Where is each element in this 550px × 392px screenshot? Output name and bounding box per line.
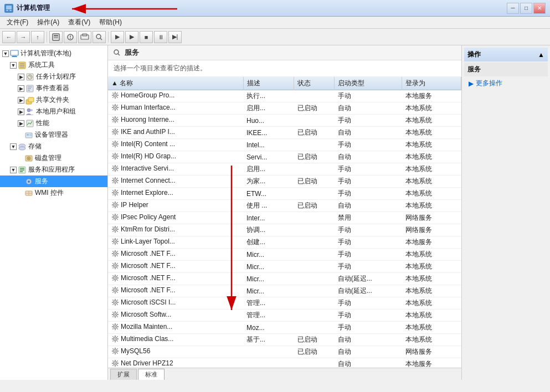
sidebar-item-tools[interactable]: ▼ 系统工具 <box>0 59 107 71</box>
svg-rect-198 <box>117 255 118 256</box>
expand-perf-icon[interactable]: ▶ <box>18 120 24 127</box>
maximize-button[interactable]: □ <box>520 3 532 14</box>
expand-svcapp-icon[interactable]: ▼ <box>10 167 17 173</box>
svg-point-80 <box>115 119 116 121</box>
table-row[interactable]: MySQL56 已启动自动网络服务 <box>108 346 461 358</box>
svg-rect-238 <box>117 304 118 305</box>
content-description: 选择一个项目来查看它的描述。 <box>108 60 461 77</box>
expand-users-icon[interactable]: ▶ <box>18 109 24 115</box>
service-startup-cell: 禁用 <box>335 212 402 224</box>
service-logon-cell: 本地系统 <box>402 249 461 261</box>
table-row[interactable]: Interactive Servi... 启用...手动本地系统 <box>108 163 461 176</box>
expand-tools-icon[interactable]: ▼ <box>10 62 17 69</box>
menu-view[interactable]: 查看(V) <box>64 17 95 28</box>
service-desc-cell: 执行... <box>243 90 294 102</box>
svg-rect-152 <box>115 207 116 208</box>
table-row[interactable]: IPsec Policy Agent Inter...禁用网络服务 <box>108 212 461 224</box>
services-table[interactable]: ▲ 名称 描述 状态 启动类型 登录为 <box>108 77 461 368</box>
svg-point-250 <box>115 326 116 328</box>
svg-rect-135 <box>112 178 114 179</box>
table-row[interactable]: Multimedia Clas... 基于...已启动自动本地系统 <box>108 334 461 346</box>
svg-rect-164 <box>117 216 119 218</box>
tab-expand[interactable]: 扩展 <box>110 369 137 380</box>
right-panel-more-actions[interactable]: ▶ 更多操作 <box>464 77 548 90</box>
menu-help[interactable]: 帮助(H) <box>95 17 126 28</box>
svg-rect-163 <box>112 216 113 218</box>
menu-file[interactable]: 文件(F) <box>2 17 33 28</box>
table-row[interactable]: KtmRm for Distri... 协调...手动网络服务 <box>108 224 461 236</box>
table-row[interactable]: Microsoft .NET F... Micr...自动(延迟...本地系统 <box>108 273 461 285</box>
table-row[interactable]: Microsoft .NET F... Micr...手动本地系统 <box>108 249 461 261</box>
sidebar-item-service[interactable]: 服务 <box>0 176 107 187</box>
table-row[interactable]: Internet Connect... 为家...已启动手动本地系统 <box>108 176 461 188</box>
toolbar-btn-1[interactable] <box>49 31 63 43</box>
table-row[interactable]: HomeGroup Pro... 执行...手动本地服务 <box>108 90 461 102</box>
close-button[interactable]: ✕ <box>533 3 546 14</box>
col-logon[interactable]: 登录为 <box>402 77 461 90</box>
table-row[interactable]: Intel(R) HD Grap... Servi...已启动自动本地系统 <box>108 151 461 163</box>
back-button[interactable]: ← <box>2 31 16 43</box>
task-icon <box>25 73 34 81</box>
svg-rect-40 <box>29 134 32 135</box>
toolbar-btn-4[interactable] <box>92 31 106 43</box>
svg-point-100 <box>115 143 116 145</box>
sidebar-item-task[interactable]: ▶ 任务计划程序 <box>0 71 107 82</box>
table-row[interactable]: Microsoft Softw... 管理...手动本地系统 <box>108 310 461 322</box>
table-row[interactable]: Huorong Interne... Huo...手动本地系统 <box>108 115 461 127</box>
sidebar-item-computer[interactable]: ▼ 计算机管理(本地) <box>0 48 107 59</box>
svg-rect-75 <box>112 105 114 106</box>
sidebar-item-share[interactable]: ▶ 共享文件夹 <box>0 94 107 106</box>
sidebar-item-event[interactable]: ▶ 事件查看器 <box>0 82 107 94</box>
table-row[interactable]: Intel(R) Content ... Intel...手动本地系统 <box>108 139 461 151</box>
stop-button[interactable]: ■ <box>140 31 153 43</box>
svg-point-220 <box>115 290 116 291</box>
toolbar-btn-2[interactable] <box>64 31 77 43</box>
wmi-icon <box>24 189 33 198</box>
expand-storage-icon[interactable]: ▼ <box>10 143 17 150</box>
sidebar-item-users[interactable]: ▶ 本地用户和组 <box>0 106 107 117</box>
sidebar-item-storage[interactable]: ▼ 存储 <box>0 141 107 152</box>
minimize-button[interactable]: ─ <box>507 3 519 14</box>
service-status-cell <box>294 139 335 151</box>
table-row[interactable]: Net Driver HPZ12 自动本地服务 <box>108 358 461 368</box>
pause-button[interactable]: ⏸ <box>154 31 167 43</box>
collapse-icon[interactable]: ▲ <box>538 51 544 59</box>
service-desc-cell: Micr... <box>243 273 294 285</box>
table-row[interactable]: Microsoft .NET F... Micr...自动(延迟...本地系统 <box>108 285 461 297</box>
table-row[interactable]: Microsoft iSCSI I... 管理...手动本地系统 <box>108 297 461 310</box>
table-row[interactable]: Mozilla Mainten... Moz...手动本地系统 <box>108 322 461 334</box>
sidebar-item-disk[interactable]: 磁盘管理 <box>0 152 107 164</box>
svg-rect-196 <box>117 251 118 252</box>
forward-button[interactable]: → <box>17 31 30 43</box>
step-button[interactable]: ▶| <box>168 31 182 43</box>
expand-icon[interactable]: ▼ <box>2 50 9 57</box>
sidebar-item-services-and-apps[interactable]: ▼ 服务和应用程序 <box>0 164 107 176</box>
service-startup-cell: 手动 <box>335 310 402 322</box>
table-row[interactable]: Microsoft .NET F... Micr...手动本地系统 <box>108 261 461 273</box>
play-button[interactable]: ▶ <box>111 31 124 43</box>
menu-action[interactable]: 操作(A) <box>33 17 64 28</box>
table-row[interactable]: Link-Layer Topol... 创建...手动本地服务 <box>108 236 461 249</box>
service-status-cell: 已启动 <box>294 102 335 115</box>
svg-rect-197 <box>112 255 114 256</box>
tab-standard[interactable]: 标准 <box>138 369 165 380</box>
col-status[interactable]: 状态 <box>294 77 335 90</box>
sidebar-item-wmi[interactable]: WMI 控件 <box>0 187 107 199</box>
toolbar-btn-3[interactable] <box>78 31 91 43</box>
col-startup[interactable]: 启动类型 <box>335 77 402 90</box>
col-name[interactable]: ▲ 名称 <box>108 77 243 90</box>
expand-event-icon[interactable]: ▶ <box>18 85 24 92</box>
play2-button[interactable]: ▶ <box>125 31 138 43</box>
svg-point-110 <box>115 156 116 157</box>
table-row[interactable]: IKE and AuthIP I... IKEE...已启动自动本地系统 <box>108 127 461 139</box>
svg-point-200 <box>115 265 116 267</box>
table-row[interactable]: Internet Explore... ETW...手动本地系统 <box>108 188 461 200</box>
sidebar-item-perf[interactable]: ▶ 性能 <box>0 117 107 129</box>
expand-share-icon[interactable]: ▶ <box>18 97 24 104</box>
sidebar-item-device[interactable]: 设备管理器 <box>0 129 107 141</box>
expand-task-icon[interactable]: ▶ <box>18 74 24 80</box>
table-row[interactable]: IP Helper 使用 ...已启动自动本地系统 <box>108 200 461 212</box>
up-button[interactable]: ↑ <box>31 31 44 43</box>
table-row[interactable]: Human Interface... 启用...已启动自动本地系统 <box>108 102 461 115</box>
col-desc[interactable]: 描述 <box>243 77 294 90</box>
